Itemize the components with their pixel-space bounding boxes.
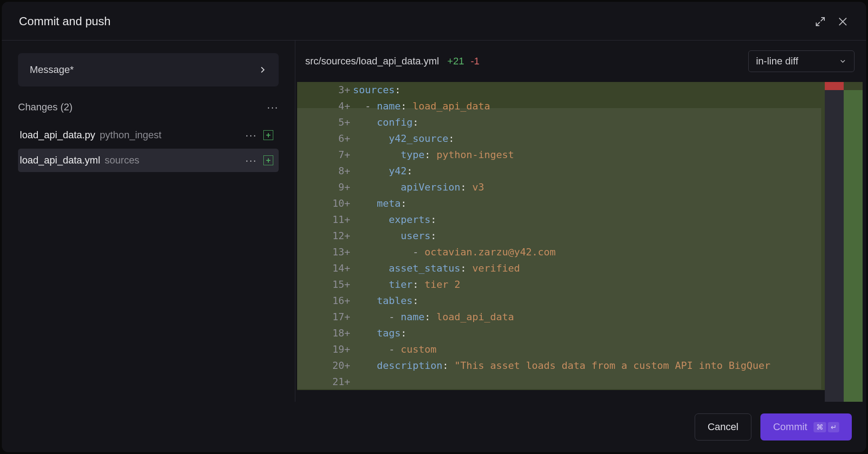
dialog-body: Message* Changes (2) ··· load_api_data.p… bbox=[2, 41, 866, 402]
diff-additions: +21 bbox=[448, 55, 464, 67]
commit-message-input[interactable]: Message* bbox=[18, 53, 279, 86]
header-actions bbox=[814, 15, 849, 28]
dialog-title: Commit and push bbox=[19, 14, 111, 28]
chevron-down-icon bbox=[839, 57, 847, 65]
diff-file-path: src/sources/load_api_data.yml bbox=[305, 55, 439, 67]
dialog-header: Commit and push bbox=[2, 2, 866, 41]
diff-header: src/sources/load_api_data.yml +21 -1 in-… bbox=[295, 41, 866, 82]
change-item-name: load_api_data.yml bbox=[20, 154, 100, 166]
change-item-folder: python_ingest bbox=[100, 129, 162, 141]
change-item-more-icon[interactable]: ··· bbox=[245, 129, 257, 141]
diff-file-info: src/sources/load_api_data.yml +21 -1 bbox=[305, 55, 479, 67]
commit-push-dialog: Commit and push Message* Changes (2) ···… bbox=[2, 2, 866, 452]
commit-button-label: Commit bbox=[773, 421, 807, 433]
chevron-right-icon bbox=[258, 65, 267, 74]
minimap[interactable] bbox=[825, 82, 863, 402]
changes-more-icon[interactable]: ··· bbox=[267, 101, 279, 114]
diff-line: 3+sources: bbox=[297, 82, 863, 98]
diff-mode-label: in-line diff bbox=[756, 55, 798, 67]
diff-gutter: 3+ bbox=[297, 82, 353, 98]
changes-header: Changes (2) ··· bbox=[18, 101, 279, 114]
diff-panel: src/sources/load_api_data.yml +21 -1 in-… bbox=[295, 41, 866, 402]
commit-shortcut: ⌘ ↵ bbox=[814, 422, 839, 432]
change-item-name: load_api_data.py bbox=[20, 129, 95, 141]
kbd-cmd-icon: ⌘ bbox=[814, 422, 826, 432]
dialog-footer: Cancel Commit ⌘ ↵ bbox=[2, 402, 866, 452]
commit-message-label: Message* bbox=[30, 64, 74, 76]
sidebar: Message* Changes (2) ··· load_api_data.p… bbox=[2, 41, 295, 402]
change-item-python[interactable]: load_api_data.py python_ingest ··· + bbox=[18, 123, 279, 147]
changes-count-label: Changes (2) bbox=[18, 101, 72, 113]
minimap-deletion-marker bbox=[825, 82, 844, 90]
change-list: load_api_data.py python_ingest ··· + loa… bbox=[18, 123, 279, 172]
cancel-button[interactable]: Cancel bbox=[695, 413, 751, 440]
minimap-viewport[interactable] bbox=[297, 108, 821, 389]
added-status-icon: + bbox=[263, 130, 273, 140]
added-status-icon: + bbox=[263, 155, 273, 165]
diff-code: sources: bbox=[353, 82, 863, 98]
expand-icon[interactable] bbox=[814, 15, 827, 28]
diff-mode-select[interactable]: in-line diff bbox=[748, 50, 854, 72]
commit-button[interactable]: Commit ⌘ ↵ bbox=[760, 413, 852, 440]
minimap-addition-marker bbox=[844, 90, 863, 402]
change-item-folder: sources bbox=[105, 154, 140, 166]
diff-deletions: -1 bbox=[470, 55, 479, 67]
cancel-button-label: Cancel bbox=[708, 421, 738, 433]
close-icon[interactable] bbox=[836, 15, 849, 28]
change-item-more-icon[interactable]: ··· bbox=[245, 154, 257, 167]
change-item-yml[interactable]: load_api_data.yml sources ··· + bbox=[18, 149, 279, 172]
kbd-enter-icon: ↵ bbox=[828, 422, 839, 432]
diff-view[interactable]: 3+sources:4+ - name: load_api_data5+ con… bbox=[297, 82, 863, 402]
